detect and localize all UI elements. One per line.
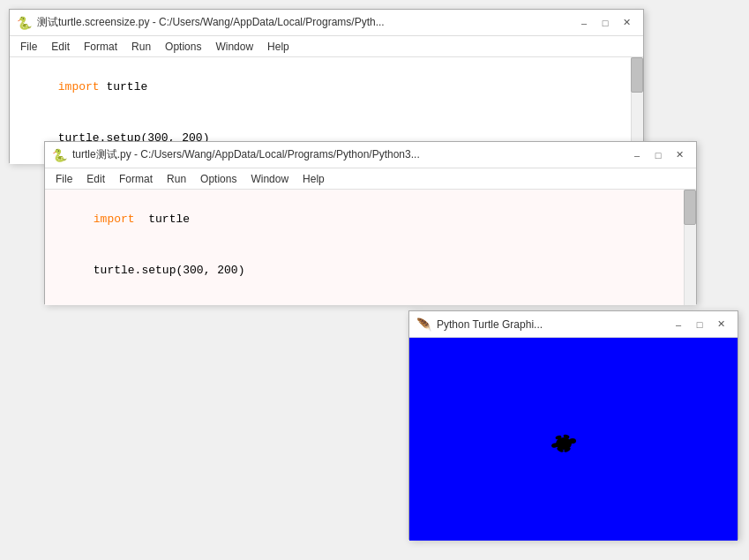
menu1-file[interactable]: File [13,39,44,55]
turtle-graphics-window[interactable]: 🪶 Python Turtle Graphi... – □ ✕ [408,310,738,540]
menu2-file[interactable]: File [49,171,79,187]
menu2-format[interactable]: Format [112,171,160,187]
turtle-maximize[interactable]: □ [690,315,709,334]
menu1-format[interactable]: Format [77,39,124,55]
menu2-window[interactable]: Window [243,171,296,187]
svg-point-1 [569,438,576,444]
menu1-options[interactable]: Options [158,39,208,55]
window2-close[interactable]: ✕ [670,146,689,165]
menu1-window[interactable]: Window [208,39,260,55]
code-line-2-1: import turtle [52,193,689,245]
turtle-minimize[interactable]: – [669,315,688,334]
scrollbar-v-2[interactable] [684,190,696,305]
menu2-help[interactable]: Help [296,171,332,187]
menu1-run[interactable]: Run [124,39,158,55]
turtle-close[interactable]: ✕ [711,315,730,334]
window1-close[interactable]: ✕ [617,13,636,33]
menu2-run[interactable]: Run [160,171,193,187]
window1-maximize[interactable]: □ [595,13,615,33]
editor-window-2[interactable]: 🐍 turtle测试.py - C:/Users/Wang/AppData/Lo… [44,141,697,304]
window2-icon: 🐍 [52,148,67,162]
window1-minimize[interactable]: – [574,13,594,33]
turtle-window-icon: 🪶 [416,317,431,332]
code-line-2-2: turtle.setup(300, 200) [52,245,689,297]
title-bar-2: 🐍 turtle测试.py - C:/Users/Wang/AppData/Lo… [45,142,696,168]
menu1-edit[interactable]: Edit [44,39,77,55]
code-line-1-1: import turtle [17,61,636,113]
turtle-canvas [409,338,738,541]
window2-controls: – □ ✕ [627,146,689,165]
menu2-options[interactable]: Options [193,171,243,187]
menu-bar-1: File Edit Format Run Options Window Help [10,36,643,57]
turtle-title-bar: 🪶 Python Turtle Graphi... – □ ✕ [409,311,738,338]
menu2-edit[interactable]: Edit [79,171,112,187]
window1-title: 测试turtle.screensize.py - C:/Users/Wang/A… [37,15,385,30]
menu1-help[interactable]: Help [260,39,296,55]
code-area-2: import turtle turtle.setup(300, 200) tur… [45,190,696,305]
window1-icon: 🐍 [17,16,32,30]
window2-maximize[interactable]: □ [648,146,668,165]
window2-title: turtle测试.py - C:/Users/Wang/AppData/Loca… [72,147,420,162]
title-bar-1: 🐍 测试turtle.screensize.py - C:/Users/Wang… [10,10,643,36]
scrollbar-thumb-2[interactable] [684,190,696,225]
turtle-window-title: Python Turtle Graphi... [437,318,543,331]
turtle-sprite [548,431,580,456]
editor-window-1[interactable]: 🐍 测试turtle.screensize.py - C:/Users/Wang… [9,9,644,163]
window1-controls: – □ ✕ [574,13,636,33]
code-line-2-3: turtle.screensize(200, 100, "blue") [52,296,689,305]
turtle-controls: – □ ✕ [669,315,730,334]
scrollbar-thumb-1[interactable] [631,57,643,93]
window2-minimize[interactable]: – [627,146,647,165]
menu-bar-2: File Edit Format Run Options Window Help [45,168,696,190]
